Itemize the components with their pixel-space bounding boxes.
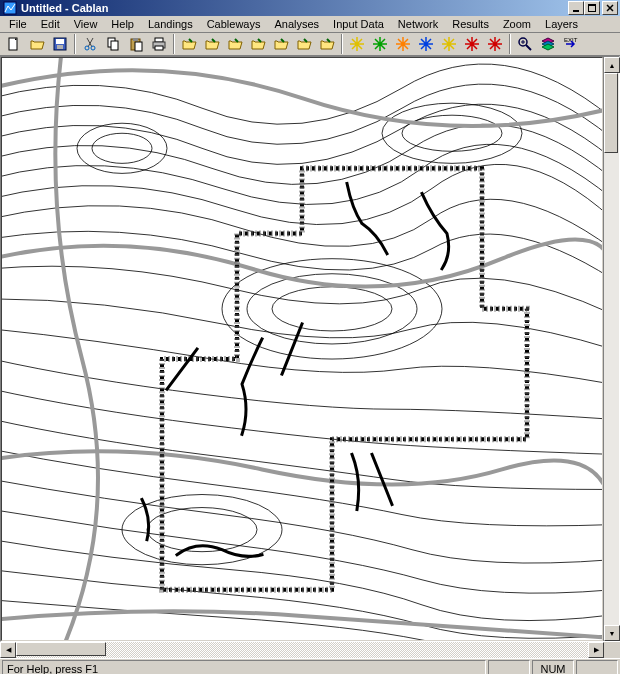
menu-help[interactable]: Help — [104, 16, 141, 32]
tool-red2-button[interactable] — [484, 34, 506, 54]
menu-input-data[interactable]: Input Data — [326, 16, 391, 32]
workspace: ▲ ▼ ◀ ▶ — [0, 56, 620, 658]
print-button[interactable] — [148, 34, 170, 54]
paste-button[interactable] — [125, 34, 147, 54]
menu-zoom[interactable]: Zoom — [496, 16, 538, 32]
menu-file[interactable]: File — [2, 16, 34, 32]
vscroll-thumb[interactable] — [604, 73, 618, 153]
scroll-down-button[interactable]: ▼ — [604, 625, 620, 641]
menubar: File Edit View Help Landings Cableways A… — [0, 16, 620, 33]
status-cap — [488, 660, 530, 674]
svg-text:EXIT: EXIT — [564, 37, 578, 43]
folder-6-button[interactable] — [293, 34, 315, 54]
scroll-up-button[interactable]: ▲ — [604, 57, 620, 73]
magnify-button[interactable] — [514, 34, 536, 54]
layers-button[interactable] — [537, 34, 559, 54]
menu-view[interactable]: View — [67, 16, 105, 32]
folder-1-button[interactable] — [178, 34, 200, 54]
open-button[interactable] — [26, 34, 48, 54]
folder-5-button[interactable] — [270, 34, 292, 54]
horizontal-scrollbar[interactable]: ◀ ▶ — [0, 642, 604, 658]
toolbar: EXIT — [0, 33, 620, 56]
tool-red-button[interactable] — [461, 34, 483, 54]
tool-orange-button[interactable] — [392, 34, 414, 54]
svg-rect-13 — [133, 38, 138, 41]
menu-network[interactable]: Network — [391, 16, 445, 32]
scroll-right-button[interactable]: ▶ — [588, 642, 604, 658]
scroll-left-button[interactable]: ◀ — [0, 642, 16, 658]
status-num: NUM — [532, 660, 574, 674]
menu-edit[interactable]: Edit — [34, 16, 67, 32]
menu-cableways[interactable]: Cableways — [200, 16, 268, 32]
close-button[interactable] — [602, 1, 618, 15]
app-icon — [2, 0, 18, 16]
menu-analyses[interactable]: Analyses — [267, 16, 326, 32]
folder-7-button[interactable] — [316, 34, 338, 54]
cut-button[interactable] — [79, 34, 101, 54]
svg-rect-1 — [573, 10, 579, 12]
vertical-scrollbar[interactable]: ▲ ▼ — [603, 57, 619, 641]
maximize-button[interactable] — [584, 1, 600, 15]
minimize-button[interactable] — [568, 1, 584, 15]
svg-rect-7 — [57, 45, 63, 49]
folder-3-button[interactable] — [224, 34, 246, 54]
svg-rect-3 — [588, 4, 596, 6]
folder-2-button[interactable] — [201, 34, 223, 54]
save-button[interactable] — [49, 34, 71, 54]
tool-green-button[interactable] — [369, 34, 391, 54]
titlebar: Untitled - Cablan — [0, 0, 620, 16]
menu-results[interactable]: Results — [445, 16, 496, 32]
hscroll-thumb[interactable] — [16, 642, 106, 656]
menu-landings[interactable]: Landings — [141, 16, 200, 32]
svg-rect-6 — [56, 39, 64, 44]
map-canvas[interactable] — [1, 57, 603, 641]
copy-button[interactable] — [102, 34, 124, 54]
svg-rect-15 — [155, 38, 163, 42]
menu-layers[interactable]: Layers — [538, 16, 585, 32]
svg-point-8 — [85, 46, 89, 50]
tool-blue-button[interactable] — [415, 34, 437, 54]
tool-yellow-button[interactable] — [346, 34, 368, 54]
svg-rect-17 — [155, 46, 163, 50]
exit-button[interactable]: EXIT — [560, 34, 582, 54]
window-title: Untitled - Cablan — [21, 2, 568, 14]
svg-point-9 — [91, 46, 95, 50]
status-help: For Help, press F1 — [2, 660, 486, 674]
svg-rect-11 — [111, 41, 118, 50]
status-scrl — [576, 660, 618, 674]
folder-4-button[interactable] — [247, 34, 269, 54]
statusbar: For Help, press F1 NUM — [0, 658, 620, 674]
svg-rect-14 — [135, 42, 142, 51]
tool-yellow2-button[interactable] — [438, 34, 460, 54]
new-button[interactable] — [3, 34, 25, 54]
scroll-corner — [604, 642, 620, 658]
